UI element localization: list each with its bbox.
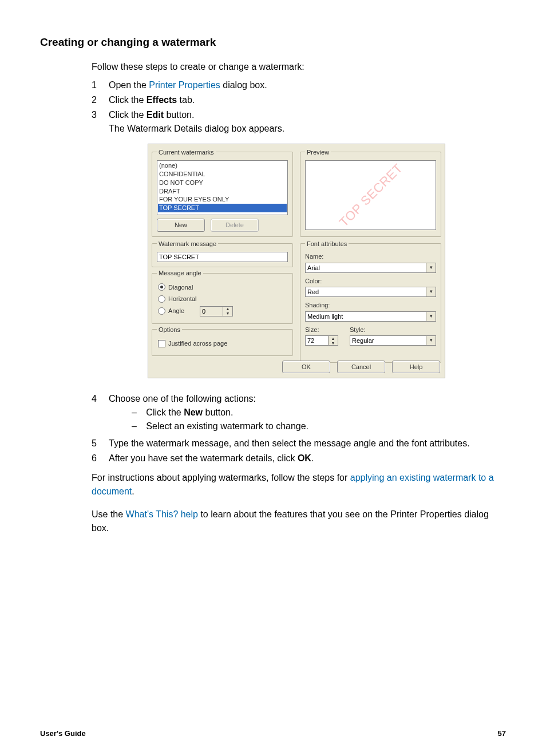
step-number: 3 bbox=[92, 108, 109, 122]
diagonal-radio[interactable] bbox=[158, 283, 165, 291]
text-fragment: tab. bbox=[177, 95, 195, 105]
text-fragment: Use the bbox=[92, 509, 126, 519]
step-number: 6 bbox=[92, 452, 109, 465]
chevron-down-icon[interactable] bbox=[426, 287, 436, 297]
size-label: Size: bbox=[305, 325, 344, 335]
intro-text: Follow these steps to create or change a… bbox=[92, 60, 506, 74]
text-fragment: Click the bbox=[109, 110, 147, 120]
dialog-screenshot: Current watermarks (none) CONFIDENTIAL D… bbox=[148, 144, 506, 379]
name-label: Name: bbox=[305, 252, 436, 262]
watermark-message-input[interactable] bbox=[157, 252, 288, 262]
style-value[interactable] bbox=[350, 335, 426, 346]
checkbox-label: Justified across page bbox=[168, 339, 227, 349]
angle-stepper[interactable]: ▲▼ bbox=[223, 306, 233, 316]
text-fragment: For instructions about applying watermar… bbox=[92, 473, 350, 482]
delete-button[interactable]: Delete bbox=[211, 219, 259, 232]
whats-this-help-link[interactable]: What's This? help bbox=[126, 509, 198, 519]
size-stepper[interactable]: ▲▼ bbox=[328, 335, 338, 346]
edit-button-name: Edit bbox=[147, 110, 164, 120]
text-fragment: Click the bbox=[109, 95, 147, 105]
shading-dropdown[interactable] bbox=[305, 311, 436, 322]
step-text: Type the watermark message, and then sel… bbox=[109, 437, 506, 450]
group-legend: Font attributes bbox=[305, 239, 349, 249]
ok-button[interactable]: OK bbox=[282, 361, 330, 374]
preview-group: Preview TOP SECRET bbox=[300, 148, 441, 237]
angle-radio[interactable] bbox=[158, 307, 165, 315]
group-legend: Preview bbox=[305, 148, 331, 157]
style-label: Style: bbox=[350, 325, 436, 335]
help-button[interactable]: Help bbox=[392, 361, 440, 374]
list-item-selected[interactable]: TOP SECRET bbox=[158, 204, 287, 212]
shading-label: Shading: bbox=[305, 300, 436, 310]
step-number: 4 bbox=[92, 392, 109, 406]
color-value[interactable] bbox=[305, 287, 426, 297]
group-legend: Current watermarks bbox=[157, 148, 216, 157]
text-fragment: button. bbox=[164, 110, 194, 120]
step-text: Choose one of the following actions: Cli… bbox=[109, 392, 506, 436]
step-text: After you have set the watermark details… bbox=[109, 452, 506, 465]
ok-button-name: OK bbox=[298, 453, 311, 463]
color-dropdown[interactable] bbox=[305, 287, 436, 297]
text-fragment: Choose one of the following actions: bbox=[109, 394, 256, 403]
list-item[interactable]: CONFIDENTIAL bbox=[158, 170, 287, 179]
step-text: Click the Effects tab. bbox=[109, 93, 506, 107]
paragraph: Use the What's This? help to learn about… bbox=[92, 508, 506, 535]
printer-properties-link[interactable]: Printer Properties bbox=[149, 80, 220, 90]
step-text: Click the Edit button. The Watermark Det… bbox=[109, 108, 506, 136]
text-fragment: After you have set the watermark details… bbox=[109, 453, 298, 463]
group-legend: Watermark message bbox=[157, 239, 218, 249]
text-fragment: . bbox=[311, 453, 314, 463]
new-button[interactable]: New bbox=[157, 219, 205, 232]
message-angle-group: Message angle Diagonal Horizontal Angle bbox=[152, 268, 293, 324]
group-legend: Options bbox=[157, 325, 182, 335]
text-fragment: Select an existing watermark to change. bbox=[146, 421, 308, 431]
text-fragment: Click the bbox=[146, 407, 184, 417]
step-text: Open the Printer Properties dialog box. bbox=[109, 78, 506, 92]
size-input[interactable] bbox=[305, 335, 328, 346]
watermarks-listbox[interactable]: (none) CONFIDENTIAL DO NOT COPY DRAFT FO… bbox=[157, 160, 288, 215]
font-name-dropdown[interactable] bbox=[305, 263, 436, 273]
font-attributes-group: Font attributes Name: Color: Shading: bbox=[300, 239, 441, 363]
new-button-name: New bbox=[184, 407, 203, 417]
justified-checkbox[interactable] bbox=[158, 340, 165, 347]
style-dropdown[interactable] bbox=[350, 335, 436, 346]
font-name-value[interactable] bbox=[305, 263, 426, 273]
page-number: 57 bbox=[498, 728, 506, 739]
group-legend: Message angle bbox=[157, 268, 203, 278]
list-item[interactable]: (none) bbox=[158, 161, 287, 170]
watermark-message-group: Watermark message bbox=[152, 239, 293, 268]
radio-label: Diagonal bbox=[168, 283, 193, 292]
list-item[interactable]: FOR YOUR EYES ONLY bbox=[158, 195, 287, 204]
angle-value-input[interactable] bbox=[200, 306, 223, 316]
current-watermarks-group: Current watermarks (none) CONFIDENTIAL D… bbox=[152, 148, 293, 237]
sublist-item: Select an existing watermark to change. bbox=[132, 419, 506, 433]
effects-tab-name: Effects bbox=[147, 95, 177, 105]
step-number: 5 bbox=[92, 437, 109, 450]
text-fragment: dialog box. bbox=[220, 80, 267, 90]
radio-label: Angle bbox=[168, 306, 197, 316]
section-heading: Creating or changing a watermark bbox=[40, 34, 506, 51]
color-label: Color: bbox=[305, 276, 436, 286]
text-fragment: The Watermark Details dialog box appears… bbox=[109, 124, 284, 133]
options-group: Options Justified across page bbox=[152, 325, 293, 356]
paragraph: For instructions about applying watermar… bbox=[92, 471, 506, 498]
sublist-item: Click the New button. bbox=[132, 406, 506, 419]
text-fragment: button. bbox=[203, 407, 233, 417]
preview-watermark-text: TOP SECRET bbox=[335, 160, 407, 230]
chevron-down-icon[interactable] bbox=[426, 263, 436, 273]
cancel-button[interactable]: Cancel bbox=[337, 361, 385, 374]
text-fragment: . bbox=[132, 486, 134, 496]
list-item[interactable]: DRAFT bbox=[158, 187, 287, 196]
radio-label: Horizontal bbox=[168, 294, 197, 304]
chevron-down-icon[interactable] bbox=[426, 335, 436, 346]
list-item[interactable]: DO NOT COPY bbox=[158, 179, 287, 187]
footer-title: User's Guide bbox=[40, 728, 86, 739]
horizontal-radio[interactable] bbox=[158, 295, 165, 303]
text-fragment: Open the bbox=[109, 80, 149, 90]
step-number: 2 bbox=[92, 93, 109, 107]
preview-area: TOP SECRET bbox=[305, 160, 436, 230]
shading-value[interactable] bbox=[305, 311, 426, 322]
step-number: 1 bbox=[92, 78, 109, 92]
chevron-down-icon[interactable] bbox=[426, 311, 436, 322]
